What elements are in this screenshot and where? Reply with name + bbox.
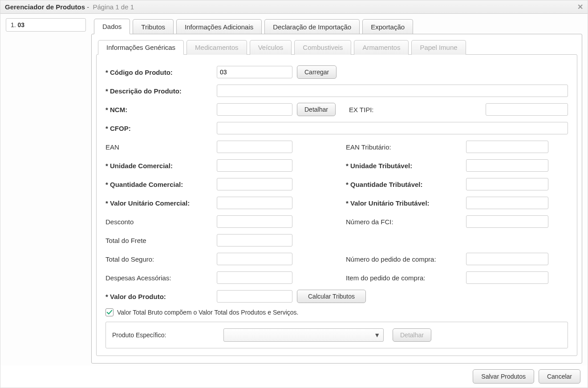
subtab-veiculos[interactable]: Veículos (250, 40, 292, 55)
input-total-seguro[interactable] (217, 253, 292, 265)
label-numero-pedido-compra: Número do pedido de compra: (346, 255, 466, 263)
detalhar-ncm-button[interactable]: Detalhar (297, 103, 336, 116)
tab-dados[interactable]: Dados (94, 19, 130, 34)
salvar-produtos-button[interactable]: Salvar Produtos (473, 369, 534, 384)
label-valor-unitario-tributavel: * Valor Unitário Tributável: (346, 199, 466, 207)
outer-panel: Informações Genéricas Medicamentos Veícu… (91, 34, 582, 364)
label-unidade-tributavel: * Unidade Tributável: (346, 162, 466, 170)
label-descricao-produto: * Descrição do Produto: (105, 87, 217, 95)
label-ex-tipi: EX TIPI: (349, 106, 486, 113)
subtab-armamentos[interactable]: Armamentos (354, 40, 409, 55)
label-produto-especifico: Produto Específico: (112, 331, 219, 339)
product-manager-window: Gerenciador de Produtos - Página 1 de 1 … (0, 0, 588, 388)
label-valor-unitario-comercial: * Valor Unitário Comercial: (105, 199, 217, 207)
sidebar-item-product[interactable]: 1. 03 (6, 18, 86, 32)
input-numero-pedido-compra[interactable] (466, 253, 548, 265)
input-desconto[interactable] (217, 215, 292, 228)
label-quantidade-comercial: * Quantidade Comercial: (105, 181, 217, 188)
input-unidade-comercial[interactable] (217, 159, 292, 172)
input-descricao-produto[interactable] (217, 85, 568, 97)
input-valor-unitario-tributavel[interactable] (466, 197, 548, 209)
calcular-tributos-button[interactable]: Calcular Tributos (297, 290, 366, 303)
titlebar: Gerenciador de Produtos - Página 1 de 1 … (0, 0, 588, 14)
checkbox-valor-bruto[interactable] (105, 308, 114, 316)
close-icon[interactable]: ✕ (577, 3, 583, 11)
select-produto-especifico-value[interactable] (223, 328, 384, 342)
input-total-frete[interactable] (217, 234, 292, 247)
label-numero-fci: Número da FCI: (346, 218, 466, 226)
sidebar: 1. 03 (6, 18, 86, 365)
input-item-pedido-compra[interactable] (466, 271, 548, 284)
tab-exportacao[interactable]: Exportação (362, 19, 413, 34)
label-ncm: * NCM: (105, 106, 217, 113)
sidebar-item-label: 03 (18, 21, 25, 28)
label-checkbox-bruto: Valor Total Bruto compõem o Valor Total … (117, 309, 299, 316)
label-despesas-acessorias: Despesas Acessórias: (105, 274, 217, 282)
input-valor-unitario-comercial[interactable] (217, 197, 292, 209)
label-desconto: Desconto (105, 218, 217, 226)
label-cfop: * CFOP: (105, 125, 217, 132)
label-codigo-produto: * Código do Produto: (105, 69, 217, 76)
input-ex-tipi[interactable] (486, 103, 568, 116)
detalhar-especifico-button[interactable]: Detalhar (393, 328, 431, 342)
input-despesas-acessorias[interactable] (217, 271, 292, 284)
label-unidade-comercial: * Unidade Comercial: (105, 162, 217, 170)
produto-especifico-group: Produto Específico: ▼ Detalhar (105, 322, 568, 348)
input-valor-produto[interactable] (217, 290, 292, 303)
label-item-pedido-compra: Item do pedido de compra: (346, 274, 466, 282)
outer-tabs: Dados Tributos Informações Adicionais De… (91, 18, 582, 34)
input-ncm[interactable] (217, 103, 292, 116)
label-ean: EAN (105, 143, 217, 151)
subtab-medicamentos[interactable]: Medicamentos (187, 40, 247, 55)
input-codigo-produto[interactable] (217, 66, 292, 78)
input-numero-fci[interactable] (466, 215, 548, 228)
check-icon (106, 309, 113, 315)
subtab-info-genericas[interactable]: Informações Genéricas (98, 40, 184, 55)
input-cfop[interactable] (217, 122, 568, 134)
sidebar-item-index: 1. (11, 21, 16, 28)
tab-tributos[interactable]: Tributos (133, 19, 174, 34)
footer: Salvar Produtos Cancelar (0, 365, 588, 388)
window-subtitle: Página 1 de 1 (93, 3, 134, 11)
input-quantidade-comercial[interactable] (217, 178, 292, 190)
label-ean-tributario: EAN Tributário: (346, 143, 466, 151)
subtab-papel-imune[interactable]: Papel Imune (411, 40, 466, 55)
label-valor-produto: * Valor do Produto: (105, 293, 217, 300)
input-ean-tributario[interactable] (466, 141, 548, 153)
label-total-frete: Total do Frete (105, 237, 217, 244)
input-unidade-tributavel[interactable] (466, 159, 548, 172)
select-produto-especifico[interactable]: ▼ (223, 328, 384, 342)
cancelar-button[interactable]: Cancelar (539, 369, 580, 384)
label-quantidade-tributavel: * Quantidade Tributável: (346, 181, 466, 188)
window-title: Gerenciador de Produtos (5, 3, 85, 11)
generic-info-panel: * Código do Produto: Carregar * Descriçã… (96, 54, 577, 356)
input-ean[interactable] (217, 141, 292, 153)
input-quantidade-tributavel[interactable] (466, 178, 548, 190)
carregar-button[interactable]: Carregar (297, 65, 337, 79)
inner-tabs: Informações Genéricas Medicamentos Veícu… (96, 40, 577, 54)
tab-info-adicionais[interactable]: Informações Adicionais (176, 19, 262, 34)
subtab-combustiveis[interactable]: Combustiveis (294, 40, 351, 55)
tab-declaracao-importacao[interactable]: Declaração de Importação (264, 19, 360, 34)
label-total-seguro: Total do Seguro: (105, 255, 217, 263)
